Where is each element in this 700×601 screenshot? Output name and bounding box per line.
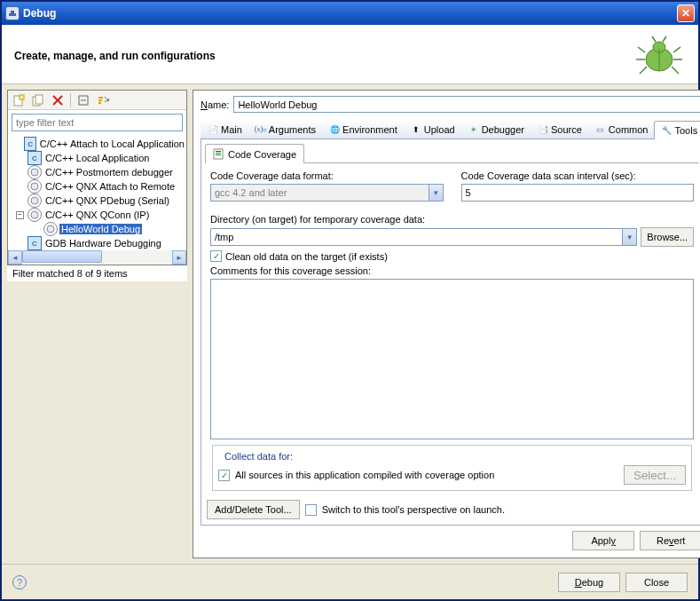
format-label: Code Coverage data format: <box>210 170 444 181</box>
c-launch-icon: C <box>28 236 42 250</box>
tree-item[interactable]: C/C++ QNX PDebug (Serial) <box>10 194 186 208</box>
tab-arguments[interactable]: ⒳=Arguments <box>248 120 322 138</box>
close-button[interactable]: Close <box>625 573 688 592</box>
tree-item[interactable]: CGDB Hardware Debugging <box>10 236 186 250</box>
dir-label: Directory (on target) for temporary cove… <box>210 214 694 225</box>
svg-rect-16 <box>35 95 43 104</box>
revert-button[interactable]: Revert <box>640 531 700 550</box>
tab-content: Code Coverage Code Coverage data format:… <box>201 139 700 526</box>
tree-item[interactable]: C/C++ Postmortem debugger <box>10 165 186 179</box>
tree-item[interactable]: C/C++ QNX Attach to Remote <box>10 179 186 194</box>
clean-checkbox[interactable]: ✓ <box>210 250 222 262</box>
collect-legend: Collect data for: <box>222 451 295 462</box>
svg-point-25 <box>47 225 54 233</box>
tree-item-label: HelloWorld Debug <box>59 224 142 234</box>
filter-input[interactable] <box>12 114 183 131</box>
browse-button[interactable]: Browse... <box>641 227 694 247</box>
separator <box>70 93 71 107</box>
interval-label: Code Coverage data scan interval (sec): <box>461 170 695 181</box>
tool-row: Add/Delete Tool... ✓ Switch to this tool… <box>205 494 699 521</box>
comments-textarea[interactable] <box>210 279 694 439</box>
tree-item-label: C/C++ Postmortem debugger <box>43 167 175 178</box>
dialog-body: ▾ CC/C++ Attach to Local ApplicationCC/C… <box>2 84 698 564</box>
debug-window: Debug ✕ Create, manage, and run configur… <box>0 0 700 601</box>
name-input[interactable] <box>233 96 700 113</box>
dialog-subtitle: Create, manage, and run configurations <box>14 50 633 62</box>
tab-upload[interactable]: ⬆Upload <box>404 120 461 138</box>
h-scrollbar[interactable]: ◄ ► <box>8 250 186 265</box>
coverage-form: Code Coverage data format: gcc 4.2 and l… <box>205 163 699 494</box>
subtab-code-coverage[interactable]: Code Coverage <box>205 144 304 163</box>
comments-label: Comments for this coverage session: <box>210 265 694 276</box>
collect-group: Collect data for: ✓ All sources in this … <box>212 445 692 491</box>
apply-button[interactable]: Apply <box>572 531 634 550</box>
format-select: gcc 4.2 and later ▼ <box>210 184 444 202</box>
tree-item[interactable]: HelloWorld Debug <box>10 222 186 236</box>
duplicate-config-icon[interactable] <box>31 93 45 107</box>
config-tree-pane: ▾ CC/C++ Attach to Local ApplicationCC/C… <box>7 90 187 265</box>
filter-status: Filter matched 8 of 9 items <box>7 265 187 281</box>
apply-revert-row: Apply Revert <box>201 526 700 552</box>
delete-config-icon[interactable] <box>51 93 65 107</box>
svg-line-5 <box>638 47 645 52</box>
scroll-thumb[interactable] <box>22 250 102 263</box>
svg-point-22 <box>31 183 38 190</box>
tree-item-label: C/C++ QNX PDebug (Serial) <box>43 195 171 206</box>
tree-item-label: C/C++ Attach to Local Application <box>38 138 186 149</box>
close-icon[interactable]: ✕ <box>677 4 695 22</box>
help-icon[interactable]: ? <box>12 575 27 589</box>
source-icon: 📑 <box>537 123 549 136</box>
svg-rect-26 <box>214 149 223 159</box>
svg-line-12 <box>663 36 666 42</box>
svg-line-9 <box>640 67 647 74</box>
qnx-launch-icon <box>28 165 42 179</box>
svg-point-21 <box>31 169 38 176</box>
collapse-all-icon[interactable] <box>76 93 90 107</box>
add-delete-tool-button[interactable]: Add/Delete Tool... <box>207 500 300 519</box>
tab-common[interactable]: ▭Common <box>588 120 655 138</box>
tree-item[interactable]: −C/C++ QNX QConn (IP) <box>10 208 186 222</box>
tab-environment[interactable]: 🌐Environment <box>322 120 404 138</box>
dialog-header: Create, manage, and run configurations <box>2 25 698 83</box>
c-launch-icon: C <box>28 151 42 165</box>
scroll-track[interactable] <box>22 250 172 265</box>
tree-item[interactable]: CC/C++ Local Application <box>10 151 186 165</box>
titlebar[interactable]: Debug ✕ <box>2 2 698 25</box>
svg-line-6 <box>673 47 680 52</box>
svg-rect-14 <box>20 95 24 99</box>
window-title: Debug <box>23 7 677 20</box>
debug-button[interactable]: Debug <box>558 573 620 592</box>
tree-item[interactable]: CC/C++ Attach to Local Application <box>10 137 186 151</box>
select-button: Select... <box>624 465 686 485</box>
tab-debugger[interactable]: ✶Debugger <box>461 120 531 138</box>
qnx-launch-icon <box>28 208 42 222</box>
scroll-right-icon[interactable]: ► <box>172 250 186 265</box>
allsources-checkbox[interactable]: ✓ <box>218 470 230 481</box>
chevron-down-icon: ▼ <box>429 185 443 201</box>
tab-tools[interactable]: 🔧Tools <box>654 121 700 139</box>
environment-icon: 🌐 <box>328 123 341 136</box>
svg-point-24 <box>31 211 38 218</box>
debugger-icon: ✶ <box>468 123 480 136</box>
chevron-down-icon[interactable]: ▼ <box>622 229 636 245</box>
c-launch-icon: C <box>24 137 35 151</box>
scroll-left-icon[interactable]: ◄ <box>8 250 22 265</box>
filter-icon[interactable]: ▾ <box>96 93 110 107</box>
collapse-icon[interactable]: − <box>16 211 24 219</box>
debug-bug-icon <box>633 34 686 78</box>
interval-input[interactable] <box>461 184 695 202</box>
tree-item-label: GDB Hardware Debugging <box>43 238 163 249</box>
dir-select[interactable]: /tmp ▼ <box>210 228 637 246</box>
new-config-icon[interactable] <box>12 93 26 107</box>
tools-icon: 🔧 <box>660 124 672 137</box>
svg-point-23 <box>31 197 38 204</box>
tab-main[interactable]: 📄Main <box>201 120 248 138</box>
svg-rect-29 <box>216 154 221 155</box>
dialog-footer: ? Debug Close <box>2 564 698 599</box>
arguments-icon: ⒳= <box>255 123 267 136</box>
switch-perspective-checkbox[interactable]: ✓ <box>305 504 317 516</box>
tab-source[interactable]: 📑Source <box>531 120 588 138</box>
clean-label: Clean old data on the target (if exists) <box>225 251 388 262</box>
qnx-launch-icon <box>28 179 42 194</box>
config-tree[interactable]: CC/C++ Attach to Local ApplicationCC/C++… <box>8 135 186 250</box>
